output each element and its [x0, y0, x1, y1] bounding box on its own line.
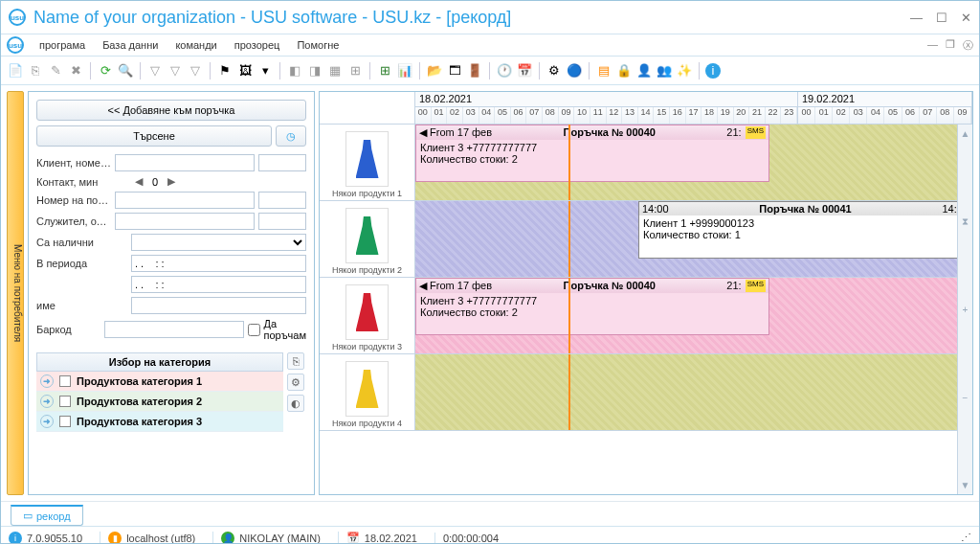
category-row-2[interactable]: ➜Продуктова категория 2 [36, 392, 283, 412]
tool-calendar[interactable]: 📅 [516, 62, 533, 79]
menu-database[interactable]: База данни [95, 36, 166, 54]
tool-edit[interactable]: ✎ [47, 62, 64, 79]
statusbar: i7.0.9055.10 ▮localhost (utf8) 👤NIKOLAY … [1, 526, 979, 544]
tool-new[interactable]: 📄 [7, 62, 24, 79]
category-checkbox[interactable] [59, 396, 71, 407]
zoom-out[interactable]: − [963, 393, 969, 403]
tool-chart[interactable]: 📊 [396, 62, 413, 79]
now-indicator [568, 125, 570, 200]
tool-a2[interactable]: ◨ [306, 62, 323, 79]
category-row-3[interactable]: ➜Продуктова категория 3 [36, 412, 283, 432]
tab-icon: ▭ [23, 510, 33, 522]
employee-input-2[interactable] [258, 213, 306, 230]
tool-image[interactable]: 🖼 [236, 62, 254, 79]
barcode-input[interactable] [104, 321, 244, 338]
cat-tool-3[interactable]: ◐ [287, 395, 304, 412]
tool-rss[interactable]: ▤ [595, 62, 612, 79]
orderno-input[interactable] [115, 192, 255, 209]
menu-commands[interactable]: команди [167, 36, 224, 54]
status-time: 0:00:00:004 [443, 533, 499, 544]
tool-flag[interactable]: ⚑ [216, 62, 234, 79]
tool-user1[interactable]: 👤 [635, 62, 653, 79]
expand-icon[interactable]: ➜ [40, 374, 54, 388]
tool-filter1[interactable]: ▽ [146, 62, 164, 79]
search-button[interactable]: Търсене [36, 125, 272, 147]
minimize-button[interactable]: — [910, 11, 923, 25]
tab-record[interactable]: ▭рекорд [11, 505, 83, 526]
search-icon-button[interactable]: ◷ [276, 125, 306, 147]
close-button[interactable]: ✕ [961, 11, 971, 25]
available-select[interactable] [131, 234, 306, 251]
category-row-1[interactable]: ➜Продуктова категория 1 [36, 372, 283, 392]
cat-tool-1[interactable]: ⎘ [287, 352, 304, 370]
period-from[interactable] [131, 255, 306, 272]
db-icon: ▮ [108, 532, 122, 545]
zoom-in[interactable]: + [963, 305, 969, 315]
event-1[interactable]: ◀ From 17 февПоръчка № 0004021:SMS Клиен… [415, 125, 769, 182]
scroll-down[interactable]: ▼ [961, 480, 970, 490]
period-to[interactable] [131, 276, 306, 293]
tool-delete[interactable]: ✖ [67, 62, 84, 79]
scroll-handle[interactable]: ⧗ [962, 216, 969, 228]
add-to-order-button[interactable]: << Добавяне към поръчка [36, 100, 306, 121]
tool-a4[interactable]: ⊞ [346, 62, 364, 79]
tool-window[interactable]: 🗔 [446, 62, 463, 79]
menu-window[interactable]: прозорец [227, 36, 288, 54]
tool-refresh[interactable]: ⟳ [97, 62, 114, 79]
label-barcode: Баркод [36, 324, 100, 335]
tool-wand[interactable]: ✨ [676, 62, 693, 79]
cat-tool-2[interactable]: ⚙ [287, 374, 304, 391]
menu-help[interactable]: Помогне [289, 36, 346, 54]
menu-logo-icon: usu [7, 36, 24, 54]
status-date: 18.02.2021 [365, 533, 417, 544]
to-order-label: Да поръчам [264, 318, 306, 341]
mdi-minimize-button[interactable]: — [927, 38, 938, 53]
tool-users[interactable]: 👥 [656, 62, 673, 79]
event-3[interactable]: ◀ From 17 февПоръчка № 0004021:SMS Клиен… [415, 278, 769, 335]
category-checkbox[interactable] [59, 375, 71, 387]
category-header: Избор на категория [36, 352, 283, 372]
category-checkbox[interactable] [59, 416, 71, 427]
tool-search[interactable]: 🔍 [117, 62, 134, 79]
expand-icon[interactable]: ➜ [40, 395, 54, 408]
tool-open[interactable]: 📂 [426, 62, 443, 79]
name-input[interactable] [131, 297, 306, 314]
tool-filter2[interactable]: ▽ [167, 62, 184, 79]
event-2[interactable]: 14:00Поръчка № 0004114:00 Клиент 1 +9999… [638, 201, 972, 259]
logo-icon: usu [9, 9, 26, 26]
tool-a1[interactable]: ◧ [286, 62, 303, 79]
tool-gear[interactable]: ⚙ [546, 62, 563, 79]
contact-spinner[interactable]: ◀0▶ [131, 175, 306, 188]
tool-clock[interactable]: 🕐 [496, 62, 513, 79]
user-menu-tab[interactable]: Меню на потребителя [7, 91, 24, 495]
mdi-close-button[interactable]: ⓧ [963, 38, 973, 53]
mdi-restore-button[interactable]: ❐ [946, 38, 955, 53]
window-title: Name of your organization - USU software… [33, 8, 910, 28]
tool-lock[interactable]: 🔒 [615, 62, 633, 79]
label-client: Клиент, номер на... [36, 157, 111, 169]
label-period: В периода [36, 258, 127, 269]
client-input-2[interactable] [258, 154, 306, 171]
date-header-2[interactable]: 19.02.2021 [798, 92, 971, 107]
filter-panel: << Добавяне към поръчка Търсене ◷ Клиент… [28, 91, 315, 495]
to-order-checkbox[interactable] [248, 324, 260, 336]
timeline-row-2: Някои продукти 2 14:00Поръчка № 0004114:… [320, 201, 972, 278]
client-input[interactable] [115, 154, 255, 171]
date-header-1[interactable]: 18.02.2021 [415, 92, 797, 107]
tool-info[interactable]: i [705, 63, 721, 79]
maximize-button[interactable]: ☐ [936, 11, 947, 25]
label-contact: Контакт, мин [36, 176, 127, 188]
tool-dropdown[interactable]: ▾ [256, 62, 274, 79]
expand-icon[interactable]: ➜ [40, 415, 54, 428]
tool-excel[interactable]: ⊞ [376, 62, 393, 79]
resize-grip[interactable]: ⋰ [961, 532, 971, 544]
tool-copy[interactable]: ⎘ [27, 62, 44, 79]
tool-exit[interactable]: 🚪 [466, 62, 483, 79]
tool-a3[interactable]: ▦ [326, 62, 344, 79]
scroll-up[interactable]: ▲ [961, 128, 970, 139]
tool-color[interactable]: 🔵 [566, 62, 583, 79]
tool-filter3[interactable]: ▽ [187, 62, 204, 79]
employee-input[interactable] [115, 213, 255, 230]
menu-program[interactable]: програма [32, 36, 93, 54]
orderno-input-2[interactable] [258, 192, 306, 209]
